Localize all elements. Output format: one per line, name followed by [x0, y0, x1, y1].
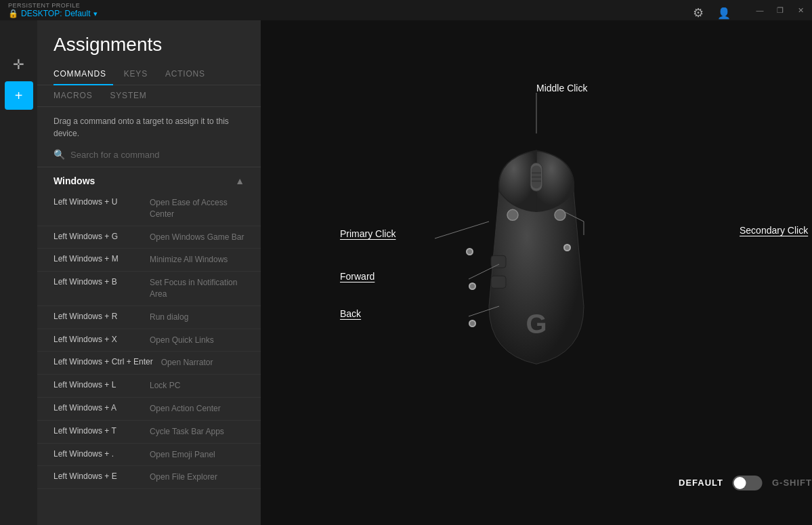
list-item[interactable]: Left Windows + B Set Focus in Notificati… [37, 272, 261, 306]
forward-dot [469, 282, 476, 290]
command-desc: Lock PC [150, 380, 180, 392]
command-desc: Minimize All Windows [150, 254, 228, 266]
back-text: Back [340, 308, 361, 319]
list-item[interactable]: Left Windows + X Open Quick Links [37, 329, 261, 352]
command-desc: Open Narrator [161, 357, 213, 369]
lock-icon: 🔒 [8, 9, 18, 18]
svg-point-9 [555, 209, 565, 220]
drag-hint: Drag a command onto a target to assign i… [37, 107, 261, 145]
command-key: Left Windows + Ctrl + Enter [54, 357, 153, 369]
section-collapse-icon[interactable]: ▲ [235, 175, 244, 186]
list-item[interactable]: Left Windows + Ctrl + Enter Open Narrato… [37, 352, 261, 375]
command-desc: Open Action Center [150, 403, 221, 415]
default-label: DEFAULT [679, 478, 723, 488]
svg-point-8 [507, 209, 518, 220]
window-controls: — ❐ ✕ [744, 5, 805, 15]
secondary-click-text: Secondary Click [740, 225, 808, 236]
chevron-down-icon: ▾ [93, 9, 98, 18]
tab-row-2: MACROS SYSTEM [37, 85, 261, 107]
command-desc: Cycle Task Bar Apps [150, 426, 224, 438]
list-item[interactable]: Left Windows + L Lock PC [37, 375, 261, 398]
command-key: Left Windows + R [54, 312, 142, 323]
list-item[interactable]: Left Windows + A Open Action Center [37, 398, 261, 421]
command-key: Left Windows + . [54, 449, 142, 461]
command-desc: Open Ease of Access Center [150, 197, 244, 220]
list-item[interactable]: Left Windows + G Open Windows Game Bar [37, 226, 261, 249]
command-key: Left Windows + A [54, 403, 142, 415]
command-key: Left Windows + B [54, 277, 142, 300]
primary-click-text: Primary Click [340, 228, 396, 239]
gshift-label: G-SHIFT [772, 478, 812, 488]
command-desc: Open File Explorer [150, 471, 217, 483]
tab-system[interactable]: SYSTEM [110, 85, 153, 107]
section-title: Windows [54, 175, 95, 186]
minimize-button[interactable]: — [755, 5, 765, 15]
list-item[interactable]: Left Windows + . Open Emoji Panel [37, 444, 261, 467]
command-list: Windows ▲ Left Windows + U Open Ease of … [37, 167, 261, 525]
toggle-bar: DEFAULT G-SHIFT [679, 476, 812, 490]
mouse-diagram: G Middle Click Prima [333, 56, 740, 462]
command-key: Left Windows + G [54, 232, 142, 243]
toggle-knob [734, 477, 746, 489]
command-key: Left Windows + E [54, 471, 142, 483]
list-item[interactable]: Left Windows + M Minimize All Windows [37, 249, 261, 272]
list-item[interactable]: Left Windows + U Open Ease of Access Cen… [37, 192, 261, 226]
search-input[interactable] [70, 150, 244, 160]
settings-icon[interactable]: ⚙ [693, 5, 704, 20]
search-icon: 🔍 [54, 149, 65, 160]
command-key: Left Windows + M [54, 254, 142, 266]
command-key: Left Windows + U [54, 197, 142, 220]
profile-label: PERSISTENT PROFILE [8, 2, 98, 9]
title-bar: PERSISTENT PROFILE 🔒 DESKTOP: Default ▾ … [0, 0, 812, 20]
plus-icon: + [15, 88, 23, 104]
desktop-name: Default [64, 9, 90, 18]
sidebar-item-add[interactable]: + [5, 81, 33, 110]
secondary-dot [563, 244, 571, 251]
command-desc: Open Quick Links [150, 335, 214, 346]
tab-macros[interactable]: MACROS [54, 85, 99, 107]
assignments-title: Assignments [37, 20, 261, 64]
command-key: Left Windows + L [54, 380, 142, 392]
command-desc: Set Focus in Notification Area [150, 277, 244, 300]
tab-keys[interactable]: KEYS [124, 64, 154, 85]
tab-actions[interactable]: ACTIONS [165, 64, 212, 85]
command-desc: Open Windows Game Bar [150, 232, 244, 243]
primary-dot [466, 248, 473, 255]
desktop-selector[interactable]: 🔒 DESKTOP: Default ▾ [8, 9, 98, 18]
tab-row-1: COMMANDS KEYS ACTIONS [37, 64, 261, 85]
tab-commands[interactable]: COMMANDS [54, 64, 113, 85]
svg-rect-6 [491, 276, 506, 288]
forward-text: Forward [340, 271, 375, 282]
command-key: Left Windows + X [54, 335, 142, 346]
list-item[interactable]: Left Windows + R Run dialog [37, 306, 261, 329]
mouse-image: G [458, 123, 614, 383]
main-content: G Middle Click Prima [261, 20, 812, 525]
assignments-panel: Assignments COMMANDS KEYS ACTIONS MACROS… [37, 20, 261, 525]
back-dot [469, 320, 476, 327]
command-desc: Run dialog [150, 312, 188, 323]
list-item[interactable]: Left Windows + E Open File Explorer [37, 466, 261, 489]
icon-sidebar: ✛ + [0, 20, 37, 525]
svg-rect-5 [491, 255, 506, 268]
command-key: Left Windows + T [54, 426, 142, 438]
user-icon[interactable]: 👤 [717, 7, 731, 20]
svg-text:G: G [526, 309, 547, 339]
move-icon: ✛ [13, 56, 24, 72]
command-desc: Open Emoji Panel [150, 449, 215, 461]
sidebar-item-move[interactable]: ✛ [5, 50, 33, 79]
search-box: 🔍 [37, 145, 261, 167]
list-item[interactable]: Left Windows + T Cycle Task Bar Apps [37, 421, 261, 444]
section-header: Windows ▲ [37, 167, 261, 192]
mode-toggle[interactable] [733, 476, 763, 490]
desktop-text: DESKTOP: [21, 9, 62, 18]
restore-button[interactable]: ❐ [775, 5, 785, 15]
middle-click-text: Middle Click [536, 83, 587, 93]
close-button[interactable]: ✕ [796, 5, 805, 15]
